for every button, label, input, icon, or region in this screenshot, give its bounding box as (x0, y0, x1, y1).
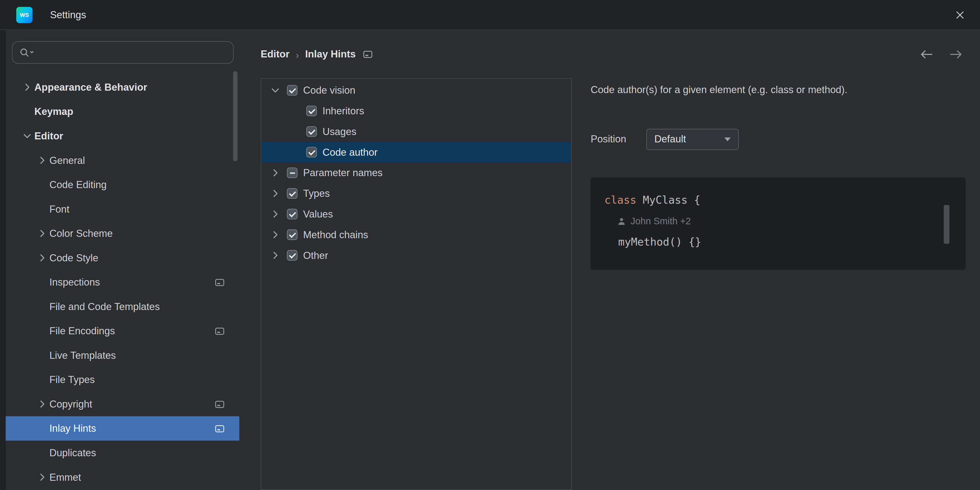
chevron-right-icon[interactable] (37, 399, 49, 409)
settings-card-icon (215, 327, 224, 335)
chevron-right-icon[interactable] (37, 228, 49, 239)
sidebar-item-file-types[interactable]: File Types (6, 368, 240, 392)
webstorm-logo-icon: WS (16, 6, 33, 23)
chevron-right-icon[interactable] (270, 188, 287, 199)
hints-item-code-vision[interactable]: Code vision (261, 80, 571, 101)
sidebar-item-label: File Encodings (49, 325, 115, 336)
hints-item-code-author[interactable]: Code author (261, 142, 571, 162)
position-dropdown[interactable]: Default (646, 129, 739, 150)
sidebar-item-label: Code Style (49, 252, 98, 263)
checkbox-checked[interactable] (306, 106, 317, 116)
sidebar-item-file-and-code-templates[interactable]: File and Code Templates (6, 294, 240, 319)
sidebar-item-appearance-behavior[interactable]: Appearance & Behavior (6, 75, 240, 100)
chevron-right-icon[interactable] (270, 167, 287, 178)
sidebar-item-label: Inspections (49, 277, 100, 288)
code-preview: class MyClass { John Smith +2 myMethod()… (591, 178, 966, 270)
sidebar-item-editor[interactable]: Editor (6, 124, 240, 148)
settings-card-icon (215, 425, 224, 432)
sidebar-item-label: Emmet (49, 471, 81, 483)
sidebar-item-copyright[interactable]: Copyright (6, 392, 240, 417)
sidebar-scrollbar-thumb[interactable] (233, 71, 237, 161)
sidebar-item-label: Inlay Hints (49, 423, 96, 434)
description-text: Code author(s) for a given element (e.g.… (591, 84, 966, 96)
chevron-down-icon (724, 137, 731, 141)
chevron-down-icon[interactable] (22, 130, 34, 141)
chevron-right-icon[interactable] (270, 229, 287, 240)
checkbox-checked[interactable] (287, 250, 298, 261)
chevron-right-icon[interactable] (37, 155, 49, 165)
settings-card-icon (215, 278, 224, 286)
hints-tree: Code visionInheritorsUsagesCode authorPa… (261, 80, 571, 266)
hints-item-values[interactable]: Values (261, 204, 571, 224)
sidebar-item-color-scheme[interactable]: Color Scheme (6, 221, 240, 246)
checkbox-checked[interactable] (287, 229, 298, 240)
sidebar-item-file-encodings[interactable]: File Encodings (6, 319, 240, 343)
hints-item-label: Inheritors (323, 105, 364, 116)
back-arrow-icon[interactable] (919, 49, 934, 60)
chevron-right-icon[interactable] (270, 250, 287, 261)
breadcrumb-separator-icon: › (296, 49, 299, 60)
breadcrumb: Editor › Inlay Hints (261, 45, 964, 64)
chevron-down-icon[interactable] (270, 85, 287, 95)
hints-item-types[interactable]: Types (261, 183, 571, 204)
position-label: Position (591, 134, 626, 145)
preview-scrollbar-thumb[interactable] (944, 205, 950, 243)
sidebar-item-inlay-hints[interactable]: Inlay Hints (6, 416, 240, 441)
code-line-class: class MyClass { (605, 189, 966, 212)
sidebar-item-keymap[interactable]: Keymap (6, 99, 240, 124)
sidebar-item-font[interactable]: Font (6, 197, 240, 221)
search-input[interactable] (40, 46, 233, 59)
main-area: Editor › Inlay Hints (239, 30, 980, 490)
code-line-class-rest: MyClass { (636, 194, 700, 206)
sidebar-item-label: Keymap (34, 106, 73, 117)
person-icon (617, 217, 626, 226)
hints-item-label: Usages (323, 126, 356, 137)
sidebar-item-label: File Types (49, 374, 95, 385)
sidebar-item-code-editing[interactable]: Code Editing (6, 173, 240, 197)
sidebar-item-duplicates[interactable]: Duplicates (6, 441, 240, 465)
sidebar-item-live-templates[interactable]: Live Templates (6, 343, 240, 368)
checkbox-checked[interactable] (287, 209, 298, 220)
settings-sidebar: Appearance & BehaviorKeymapEditorGeneral… (6, 30, 240, 490)
chevron-right-icon[interactable] (37, 253, 49, 263)
settings-content: Appearance & BehaviorKeymapEditorGeneral… (0, 30, 980, 490)
inlay-hint-text: John Smith +2 (631, 212, 691, 231)
hints-item-label: Code author (323, 146, 377, 158)
search-box[interactable] (12, 41, 234, 64)
close-button[interactable] (951, 6, 969, 24)
hints-item-label: Other (303, 250, 328, 261)
sidebar-item-emmet[interactable]: Emmet (6, 465, 240, 490)
sidebar-item-label: Font (49, 204, 69, 215)
hints-item-parameter-names[interactable]: Parameter names (261, 162, 571, 183)
sidebar-item-general[interactable]: General (6, 148, 240, 173)
details-panel: Code author(s) for a given element (e.g.… (591, 78, 966, 490)
left-edge-strip (0, 30, 6, 490)
checkbox-checked[interactable] (287, 85, 298, 95)
checkbox-checked[interactable] (306, 126, 317, 137)
settings-card-icon (215, 401, 224, 408)
sidebar-item-label: Appearance & Behavior (34, 82, 147, 93)
chevron-right-icon[interactable] (37, 472, 49, 482)
chevron-right-icon[interactable] (270, 209, 287, 220)
hints-item-label: Types (303, 188, 330, 199)
hints-item-inheritors[interactable]: Inheritors (261, 101, 571, 121)
forward-arrow-icon[interactable] (949, 49, 964, 60)
chevron-right-icon[interactable] (22, 82, 34, 92)
hints-item-usages[interactable]: Usages (261, 121, 571, 142)
code-author-inlay: John Smith +2 (605, 212, 966, 231)
sidebar-item-label: Duplicates (49, 447, 96, 458)
settings-card-icon (363, 51, 372, 58)
sidebar-item-inspections[interactable]: Inspections (6, 270, 240, 294)
checkbox-indeterminate[interactable] (287, 167, 298, 178)
sidebar-tree: Appearance & BehaviorKeymapEditorGeneral… (6, 75, 240, 490)
breadcrumb-editor[interactable]: Editor (261, 49, 290, 60)
checkbox-checked[interactable] (287, 188, 298, 199)
hints-item-other[interactable]: Other (261, 245, 571, 266)
checkbox-checked[interactable] (306, 147, 317, 158)
sidebar-item-code-style[interactable]: Code Style (6, 245, 240, 270)
hints-item-method-chains[interactable]: Method chains (261, 224, 571, 245)
hints-item-label: Code vision (303, 85, 356, 96)
code-line-method: myMethod() {} (605, 231, 966, 254)
hints-item-label: Parameter names (303, 167, 383, 178)
close-icon (955, 10, 965, 20)
